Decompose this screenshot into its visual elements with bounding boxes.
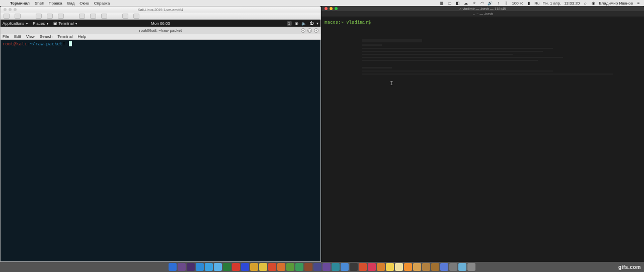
vm-toolbar-button[interactable]	[47, 14, 53, 19]
vm-toolbar-button[interactable]	[15, 14, 21, 19]
dock-app[interactable]	[241, 263, 249, 271]
dock-app[interactable]	[413, 263, 421, 271]
dock-app[interactable]	[196, 263, 204, 271]
vm-toolbar-button[interactable]	[36, 14, 42, 19]
dock-app[interactable]	[386, 263, 394, 271]
dock-app[interactable]	[169, 263, 177, 271]
battery-icon[interactable]: ▮	[526, 1, 531, 6]
dock-app[interactable]	[449, 263, 457, 271]
menu-shell[interactable]: Shell	[35, 1, 44, 6]
dock-app[interactable]	[323, 263, 331, 271]
wifi-icon[interactable]: ◠	[479, 1, 485, 6]
macos-terminal-title: ⌂ vladimir — -bash — 118x45	[459, 7, 506, 11]
dock-app[interactable]	[214, 263, 222, 271]
kali-terminal-menubar: File Edit View Search Terminal Help	[1, 34, 320, 40]
macos-terminal-body[interactable]: macos:~ vladimir$ I	[321, 17, 644, 262]
dock-app[interactable]	[268, 263, 276, 271]
menu-help[interactable]: Справка	[94, 1, 110, 6]
term-menu-view[interactable]: View	[26, 34, 35, 39]
user-avatar-icon[interactable]: ◉	[591, 1, 596, 6]
term-menu-help[interactable]: Help	[77, 34, 86, 39]
macos-menubar: Терминал Shell Правка Вид Окно Справка ▦…	[0, 0, 644, 6]
traffic-max-icon[interactable]	[14, 8, 17, 11]
dock-app[interactable]	[458, 263, 466, 271]
vm-window: Kali-Linux-2019.1-vm-amd64 Applications …	[0, 6, 321, 262]
dock-app[interactable]	[350, 263, 358, 271]
traffic-min-icon[interactable]	[330, 7, 333, 10]
dock-app[interactable]	[259, 263, 267, 271]
wifi-icon[interactable]: ⟡	[471, 1, 476, 6]
kali-terminal-body[interactable]: root@kali:~/raw-packet#	[1, 40, 320, 48]
traffic-close-icon[interactable]	[325, 7, 328, 10]
kali-menu-icon[interactable]: ▾	[316, 21, 318, 26]
vm-toolbar-button[interactable]	[122, 14, 128, 19]
minimize-button[interactable]: –	[301, 28, 305, 33]
term-menu-search[interactable]: Search	[40, 34, 52, 39]
vm-toolbar-button[interactable]	[4, 14, 10, 19]
term-menu-file[interactable]: File	[3, 34, 9, 39]
term-menu-edit[interactable]: Edit	[14, 34, 21, 39]
term-menu-terminal[interactable]: Terminal	[57, 34, 72, 39]
notification-center-icon[interactable]: ≡	[636, 1, 641, 6]
dock-app[interactable]	[368, 263, 376, 271]
dock-app[interactable]	[304, 263, 312, 271]
close-button[interactable]: ×	[314, 28, 318, 33]
traffic-max-icon[interactable]	[335, 7, 338, 10]
dock-app[interactable]	[377, 263, 385, 271]
dock-app[interactable]	[332, 263, 340, 271]
spotlight-icon[interactable]: ⌕	[583, 1, 588, 6]
dock-app[interactable]	[178, 263, 186, 271]
traffic-min-icon[interactable]	[9, 8, 12, 11]
dock-app[interactable]	[187, 263, 195, 271]
vm-toolbar-button[interactable]	[58, 14, 64, 19]
dock-app[interactable]	[205, 263, 213, 271]
menu-edit[interactable]: Правка	[49, 1, 62, 6]
input-lang[interactable]: Ru	[534, 1, 539, 6]
kali-workspace-indicator[interactable]: 1	[287, 21, 292, 26]
dock-app[interactable]	[277, 263, 285, 271]
menu-window[interactable]: Окно	[79, 1, 89, 6]
kali-record-icon[interactable]: ◉	[295, 21, 298, 26]
app-menu[interactable]: Терминал	[10, 1, 30, 6]
vm-titlebar[interactable]: Kali-Linux-2019.1-vm-amd64	[1, 7, 320, 13]
volume-icon[interactable]: 🔊	[488, 1, 493, 6]
maximize-button[interactable]: ◻	[307, 28, 312, 33]
kali-power-icon[interactable]: ⏻	[309, 21, 313, 26]
kali-terminal-launcher[interactable]: ▣ Terminal	[53, 21, 77, 26]
dock-app[interactable]	[422, 263, 430, 271]
dock-app[interactable]	[440, 263, 448, 271]
dock-app[interactable]	[341, 263, 349, 271]
dock-app[interactable]	[232, 263, 240, 271]
kali-sound-icon[interactable]: 🔈	[301, 21, 306, 26]
bluetooth-icon[interactable]: ᛒ	[504, 1, 509, 6]
dock-app[interactable]	[313, 263, 321, 271]
menu-view[interactable]: Вид	[67, 1, 74, 6]
status-icon[interactable]: ▦	[439, 1, 444, 6]
macos-terminal-titlebar[interactable]: ⌂ vladimir — -bash — 118x45	[321, 6, 644, 11]
dock-app[interactable]	[404, 263, 412, 271]
dock-app[interactable]	[467, 263, 475, 271]
kali-applications-menu[interactable]: Applications	[3, 21, 28, 26]
vm-toolbar-button[interactable]	[90, 14, 96, 19]
kali-clock[interactable]: Mon 06:03	[151, 21, 170, 26]
traffic-close-icon[interactable]	[4, 8, 7, 11]
dock-app[interactable]	[295, 263, 303, 271]
dock-app[interactable]	[223, 263, 231, 271]
menubar-username[interactable]: Владимир Иванов	[599, 1, 633, 6]
status-icon[interactable]: ▭	[447, 1, 452, 6]
kali-places-menu[interactable]: Places	[33, 21, 48, 26]
macos-terminal-tab[interactable]: ⌄ ~ — -bash	[321, 11, 644, 17]
kali-terminal-titlebar[interactable]: root@kali: ~/raw-packet – ◻ ×	[1, 27, 320, 34]
dock-app[interactable]	[395, 263, 403, 271]
dock-app[interactable]	[431, 263, 439, 271]
dock-app[interactable]	[286, 263, 294, 271]
vm-toolbar-button[interactable]	[101, 14, 107, 19]
status-icon[interactable]: ◧	[455, 1, 460, 6]
status-icon[interactable]: ☁	[463, 1, 468, 6]
vm-toolbar-button[interactable]	[79, 14, 85, 19]
dock-app[interactable]	[359, 263, 367, 271]
dock-app[interactable]	[250, 263, 258, 271]
vm-toolbar-button[interactable]	[133, 14, 139, 19]
prompt-path: ~	[341, 20, 344, 25]
status-icon[interactable]: ↑	[496, 1, 501, 6]
